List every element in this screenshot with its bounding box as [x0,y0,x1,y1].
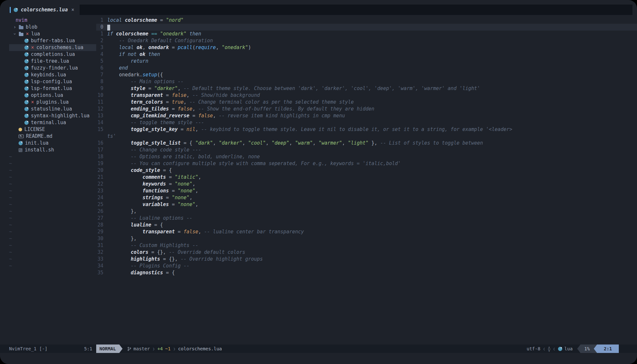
empty-line-tilde: ~ [9,222,96,228]
nvimtree-statusline: NvimTree_1 [-] 5:1 [9,346,96,351]
tab-close-icon[interactable]: × [72,7,74,13]
editor-buffer[interactable]: 1local colorscheme = "nord"01if colorsch… [96,16,637,344]
code-line[interactable]: 5 return [96,58,637,65]
tree-item-file-tree.lua[interactable]: file-tree.lua [9,58,96,65]
code-line[interactable]: 3 local ok, onedark = pcall(require, "on… [96,44,637,51]
code-line[interactable]: 19 -- You can configure multiple style w… [96,160,637,167]
tree-item-options.lua[interactable]: options.lua [9,92,96,99]
tree-item-label: syntax-highlight.lua [31,112,90,119]
tree-item-lua[interactable]: ›×lua [9,31,96,37]
tree-item-lsp-config.lua[interactable]: lsp-config.lua [9,78,96,85]
code-line[interactable]: 9 style = "darker", -- Default theme sty… [96,85,637,92]
code-line[interactable]: 22 keywords = "none", [96,181,637,188]
code-line[interactable]: 31 -- Custom Highlights -- [96,242,637,249]
chevron-right-icon[interactable]: › [13,24,17,31]
code-text: functions = "none", [107,188,198,194]
code-line[interactable]: 7 onedark.setup({ [96,72,637,78]
line-number: 0 [96,24,103,31]
code-line[interactable]: 34 -- Plugins Config -- [96,263,637,269]
code-line[interactable]: 30 }, [96,235,637,242]
code-text: diagnostics = { [107,269,175,276]
tab-colorschemes[interactable]: colorschemes.lua × [9,5,80,15]
tree-item-label: completions.lua [31,51,75,58]
tree-item-syntax-highlight.lua[interactable]: syntax-highlight.lua [9,112,96,119]
line-number: 29 [96,228,103,235]
chevron-down-icon[interactable]: › [11,32,18,36]
code-line[interactable]: 2 -- Onedark Default Configuration [96,37,637,44]
code-line[interactable]: 1local colorscheme = "nord" [96,17,637,24]
code-line[interactable]: 21 comments = "italic", [96,174,637,181]
git-added-count: +4 [157,346,163,351]
code-line[interactable]: 25 variables = "none", [96,201,637,208]
code-line[interactable]: 0 [96,24,637,31]
code-line[interactable]: 6 end [96,65,637,72]
empty-line-tilde: ~ [9,228,96,235]
code-line[interactable]: 16 toggle_style_list = { "dark", "darker… [96,140,637,147]
mode-separator-icon [119,344,123,353]
code-text: strings = "none", [107,194,192,201]
code-line[interactable]: 35 diagnostics = { [96,269,637,276]
tree-item-completions.lua[interactable]: completions.lua [9,51,96,58]
code-line[interactable]: 13 cmp_itemkind_reverse = false, -- reve… [96,112,637,119]
tree-item-fuzzy-finder.lua[interactable]: fuzzy-finder.lua [9,65,96,72]
tree-item-keybinds.lua[interactable]: keybinds.lua [9,72,96,78]
code-line[interactable]: 10 transparent = false, -- Show/hide bac… [96,92,637,99]
code-line[interactable]: 20 code_style = { [96,167,637,174]
code-text: -- Custom Highlights -- [107,242,198,249]
main-area: nvim ›blob›×luabuffer-tabs.lua×colorsche… [0,16,637,344]
tree-item-colorschemes.lua[interactable]: ×colorschemes.lua [9,44,96,51]
lua-file-icon [24,59,29,63]
code-line[interactable]: 33 highlights = {}, -- Override highligh… [96,256,637,263]
cursor-block [107,25,110,31]
tree-item-plugins.lua[interactable]: ×plugins.lua [9,99,96,106]
code-line[interactable]: 23 functions = "none", [96,188,637,194]
tree-item-README.md[interactable]: M↓README.md [9,133,96,140]
code-line[interactable]: 11 term_colors = true, -- Change termina… [96,99,637,106]
tree-root-row[interactable]: nvim [9,17,96,24]
tree-item-LICENSE[interactable]: LICENSE [9,126,96,133]
tree-item-init.lua[interactable]: init.lua [9,140,96,147]
progress-separator-icon [577,344,580,353]
code-line[interactable]: 8 -- Main options -- [96,78,637,85]
code-text: keywords = "none", [107,181,195,188]
tree-item-install.sh[interactable]: >_install.sh [9,147,96,153]
git-branch-icon [127,346,132,351]
code-line[interactable]: 15 toggle_style_key = nil, -- keybind to… [96,126,637,133]
tree-item-blob[interactable]: ›blob [9,24,96,31]
code-line[interactable]: 12 ending_tildes = false, -- Show the en… [96,106,637,112]
code-text: lualine = { [107,222,163,228]
code-line[interactable]: 4 if not ok then [96,51,637,58]
code-line[interactable]: 27 -- Lualine options -- [96,215,637,222]
line-number: 17 [96,147,103,153]
code-text: return [107,58,148,65]
code-line[interactable]: 18 -- Options are italic, bold, underlin… [96,153,637,160]
line-number: 13 [96,112,103,119]
code-text: -- Lualine options -- [107,215,192,222]
code-line[interactable]: 24 strings = "none", [96,194,637,201]
line-number: 3 [96,44,103,51]
tree-buffer-name: NvimTree_1 [-] [9,346,47,351]
code-line[interactable]: 28 lualine = { [96,222,637,228]
line-number: 11 [96,99,103,106]
code-line[interactable]: 17 -- Change code style --- [96,147,637,153]
lua-file-icon [24,114,29,118]
tab-title: colorschemes.lua [21,7,68,13]
code-line[interactable]: 29 transparent = false, -- lualine cente… [96,228,637,235]
code-line[interactable]: 1if colorscheme == "onedark" then [96,31,637,37]
tree-item-label: lsp-format.lua [31,85,72,92]
code-text: -- Change code style --- [107,147,201,153]
line-number: 26 [96,208,103,215]
code-text: }, [107,235,136,242]
code-text: style = "darker", -- Default theme style… [107,85,480,92]
tree-item-lsp-format.lua[interactable]: lsp-format.lua [9,85,96,92]
code-line[interactable]: 26 }, [96,208,637,215]
tree-item-terminal.lua[interactable]: terminal.lua [9,119,96,126]
code-line[interactable]: ts' [96,133,637,140]
chevron-left-icon: ‹ [553,344,556,353]
empty-line-tilde: ~ [9,263,96,269]
code-line[interactable]: 32 colors = {}, -- Override default colo… [96,249,637,256]
tree-item-buffer-tabs.lua[interactable]: buffer-tabs.lua [9,37,96,44]
code-line[interactable]: 14 -- toggle theme style --- [96,119,637,126]
line-number: 16 [96,140,103,147]
tree-item-statusline.lua[interactable]: statusline.lua [9,106,96,112]
